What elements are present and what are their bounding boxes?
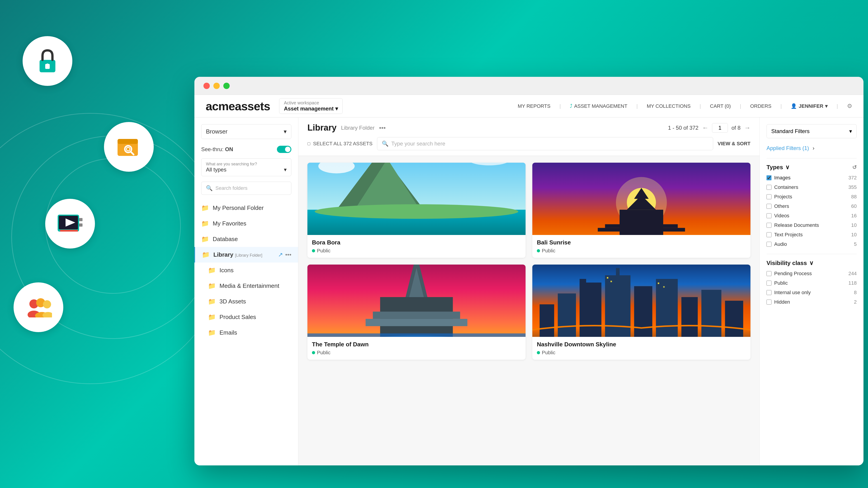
filter-text-projects: Text Projects 10	[767, 232, 857, 238]
folder-search-placeholder: Search folders	[215, 185, 248, 191]
folder-favorites-label: My Favorites	[213, 220, 246, 227]
asset-card-bali[interactable]: Bali Sunrise Public	[532, 163, 750, 258]
asset-card-bora-bora[interactable]: Bora Bora Public	[307, 163, 526, 258]
folder-database[interactable]: 📁 Database	[194, 231, 298, 247]
filter-select-chevron: ▾	[849, 128, 852, 134]
folder-emails[interactable]: 📁 Emails	[194, 325, 298, 340]
library-dots-menu[interactable]: •••	[379, 124, 385, 131]
see-thru-toggle[interactable]	[277, 146, 291, 153]
main-content: Browser ▾ See-thru: ON What are you sear…	[194, 118, 864, 465]
types-refresh-btn[interactable]: ↺	[852, 164, 857, 170]
nav-right: MY REPORTS | ⤴ ASSET MANAGEMENT | MY COL…	[518, 103, 852, 109]
asset-name-temple: The Temple of Dawn	[312, 341, 521, 348]
filter-audio-checkbox[interactable]	[767, 242, 772, 247]
asset-thumb-temple	[307, 265, 526, 337]
folder-list: 📁 My Personal Folder 📁 My Favorites 📁 Da…	[194, 200, 298, 459]
folder-library-dots[interactable]: •••	[285, 251, 291, 258]
next-page-btn[interactable]: →	[744, 124, 750, 131]
folder-library-badge: [Library Folder]	[235, 253, 262, 258]
lock-icon-circle	[23, 36, 72, 86]
sidebar-browser-select[interactable]: Browser ▾	[201, 124, 291, 139]
library-subtitle: Library Folder	[341, 125, 375, 131]
library-search-placeholder: Type your search here	[391, 140, 445, 147]
prev-page-btn[interactable]: ←	[702, 124, 708, 131]
asset-name-nashville: Nashville Downtown Skyline	[537, 341, 746, 348]
svg-rect-59	[607, 277, 608, 278]
browser-dot-close[interactable]	[204, 83, 210, 89]
svg-rect-41	[373, 312, 460, 319]
svg-rect-51	[616, 268, 620, 279]
folder-media-label: Media & Entertainment	[219, 283, 279, 289]
filter-projects-checkbox[interactable]	[767, 194, 772, 199]
browser-dot-minimize[interactable]	[213, 83, 220, 89]
filter-preset-select[interactable]: Standard Filters ▾	[767, 124, 857, 138]
filter-internal-checkbox[interactable]	[767, 290, 772, 295]
nav-asset-mgmt[interactable]: ASSET MANAGEMENT	[574, 103, 627, 109]
select-all-checkbox[interactable]: SELECT ALL 372 ASSETS	[307, 141, 373, 147]
nav-reports[interactable]: MY REPORTS	[518, 103, 550, 109]
folder-emails-icon: 📁	[208, 329, 216, 336]
asset-card-temple[interactable]: The Temple of Dawn Public	[307, 265, 526, 360]
filter-containers: Containers 355	[767, 184, 857, 190]
nav-orders[interactable]: ORDERS	[750, 103, 772, 109]
nav-user[interactable]: 👤 JENNIFER ▾	[791, 103, 828, 109]
filter-internal: Internal use only 8	[767, 290, 857, 295]
asset-status-bora-bora: Public	[312, 248, 521, 254]
svg-point-25	[315, 204, 518, 219]
types-chevron[interactable]: ∨	[785, 164, 789, 171]
folder-product-sales[interactable]: 📁 Product Sales	[194, 309, 298, 325]
visibility-filter-section: Visibility class ∨ Pending Process 244 P…	[767, 260, 857, 305]
page-input[interactable]	[712, 123, 728, 133]
filter-text-projects-checkbox[interactable]	[767, 232, 772, 237]
svg-rect-49	[580, 279, 586, 286]
svg-point-2	[46, 64, 49, 66]
filter-pending-checkbox[interactable]	[767, 271, 772, 276]
filter-public-checkbox[interactable]	[767, 281, 772, 286]
folder-personal-label: My Personal Folder	[213, 204, 264, 212]
browser-dot-maximize[interactable]	[223, 83, 230, 89]
library-search-box[interactable]: 🔍 Type your search here	[377, 137, 713, 150]
folder-icons[interactable]: 📁 Icons	[194, 263, 298, 278]
nav-collections[interactable]: MY COLLECTIONS	[647, 103, 690, 109]
asset-status-temple: Public	[312, 350, 521, 356]
folder-library-external-icon[interactable]: ↗	[278, 251, 283, 258]
filter-public: Public 118	[767, 280, 857, 286]
visibility-chevron[interactable]: ∨	[809, 260, 813, 267]
filter-videos-checkbox[interactable]	[767, 213, 772, 218]
logo-text-bold: assets	[235, 100, 270, 113]
folder-3d[interactable]: 📁 3D Assets	[194, 294, 298, 309]
folder-personal[interactable]: 📁 My Personal Folder	[194, 200, 298, 216]
asset-card-nashville[interactable]: Nashville Downtown Skyline Public	[532, 265, 750, 360]
view-sort-btn[interactable]: VIEW & SORT	[718, 141, 750, 147]
folder-icons-icon: 📁	[208, 267, 216, 274]
filter-projects: Projects 88	[767, 194, 857, 200]
filter-others-checkbox[interactable]	[767, 204, 772, 209]
total-pages: of 8	[732, 125, 741, 131]
folder-emails-label: Emails	[219, 329, 237, 336]
asset-info-bali: Bali Sunrise Public	[532, 235, 750, 258]
status-dot-temple	[312, 351, 315, 354]
svg-rect-60	[611, 281, 612, 282]
library-title: Library	[307, 123, 337, 133]
applied-filters-row[interactable]: Applied Filters (1) ›	[767, 145, 857, 151]
pagination-info: 1 - 50 of 372 ← of 8 →	[668, 123, 750, 133]
filter-release-docs-checkbox[interactable]	[767, 223, 772, 228]
select-all-input[interactable]	[307, 142, 310, 145]
folder-favorites[interactable]: 📁 My Favorites	[194, 216, 298, 231]
filter-images-checkbox[interactable]	[767, 175, 772, 180]
svg-rect-14	[79, 223, 83, 227]
folder-media[interactable]: 📁 Media & Entertainment	[194, 278, 298, 294]
search-icon-circle	[104, 122, 154, 172]
nav-cart[interactable]: CART (0)	[710, 103, 731, 109]
svg-rect-61	[658, 283, 659, 284]
settings-icon[interactable]: ⚙	[847, 103, 852, 109]
filter-containers-checkbox[interactable]	[767, 185, 772, 190]
status-dot-nashville	[537, 351, 540, 354]
folder-library[interactable]: 📁 Library [Library Folder] ↗ •••	[194, 247, 298, 263]
see-thru-row: See-thru: ON	[194, 146, 298, 158]
search-type-selector[interactable]: What are you searching for? All types ▾	[201, 158, 291, 176]
filter-hidden-checkbox[interactable]	[767, 300, 772, 304]
folder-search-box[interactable]: 🔍 Search folders	[201, 182, 291, 195]
workspace-selector[interactable]: Active workspace Asset management ▾	[279, 98, 343, 114]
range-display: 1 - 50 of 372	[668, 125, 699, 131]
